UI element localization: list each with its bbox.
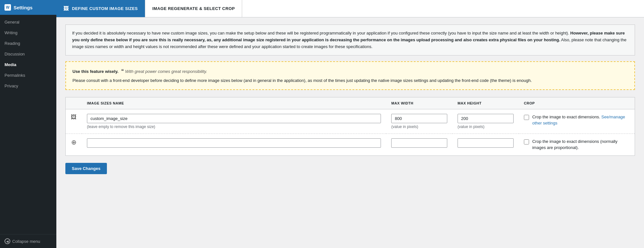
collapse-label: Collapse menu [12, 239, 40, 244]
collapse-icon: ◀ [5, 238, 10, 244]
sidebar-item-discussion[interactable]: Discussion [0, 49, 56, 59]
warning-quote: With great power comes great responsibil… [125, 69, 207, 74]
warning-title: Use this feature wisely. [72, 69, 118, 74]
image-size-name-input-new[interactable] [87, 138, 381, 148]
sidebar-nav: General Writing Reading Discussion Media… [0, 15, 56, 234]
image-icon: 🖼 [71, 114, 77, 120]
crop-label: Crop the image to exact dimensions. See/… [532, 114, 630, 126]
height-col-empty [452, 134, 519, 155]
max-height-input-new[interactable] [458, 138, 514, 148]
collapse-menu-button[interactable]: ◀ Collapse menu [0, 234, 56, 248]
sidebar-item-permalinks[interactable]: Permalinks [0, 70, 56, 81]
sidebar-item-media[interactable]: Media [0, 59, 56, 70]
name-col: (leave empty to remove this image size) [82, 109, 386, 134]
info-text: If you decided it is absolutely necessar… [72, 31, 626, 49]
table-header-row: Image Sizes Name Max Width Max Height Cr… [66, 97, 635, 109]
sidebar-item-general[interactable]: General [0, 17, 56, 27]
width-col-empty [386, 134, 452, 155]
th-max-width: Max Width [386, 97, 452, 109]
name-col-empty [82, 134, 386, 155]
th-crop: Crop [519, 97, 635, 109]
app-title: Settings [14, 5, 33, 10]
main-content: 🖼 Define Custom Image Sizes Image Regene… [56, 0, 644, 248]
width-hint: (value in pixels) [391, 124, 447, 129]
max-width-input[interactable] [391, 114, 447, 123]
tab-regenerate[interactable]: Image Regenerate & Select Crop [145, 0, 242, 17]
save-changes-button[interactable]: Save Changes [65, 163, 107, 174]
warning-box: Use this feature wisely. ❝ With great po… [65, 61, 635, 90]
tab-define-custom-label: Define Custom Image Sizes [72, 6, 138, 11]
crop-checkbox[interactable] [524, 115, 529, 120]
tab-regenerate-label: Image Regenerate & Select Crop [152, 6, 235, 11]
wp-logo-icon: W [5, 4, 11, 11]
image-size-name-input[interactable] [87, 114, 381, 123]
warning-body: Please consult with a front-end develope… [72, 77, 628, 84]
max-height-input[interactable] [458, 114, 514, 123]
sidebar-item-privacy[interactable]: Privacy [0, 81, 56, 91]
add-icon: ⊕ [71, 136, 77, 146]
height-col: (value in pixels) [452, 109, 519, 134]
define-custom-tab-icon: 🖼 [63, 6, 69, 12]
tab-define-custom[interactable]: 🖼 Define Custom Image Sizes [56, 0, 145, 17]
crop-col-empty: Crop the image to exact dimensions (norm… [519, 134, 635, 155]
sidebar-header: W Settings [0, 0, 56, 15]
sidebar-item-writing[interactable]: Writing [0, 27, 56, 38]
warning-title-line: Use this feature wisely. ❝ With great po… [72, 67, 628, 75]
width-col: (value in pixels) [386, 109, 452, 134]
th-image-sizes-name: Image Sizes Name [82, 97, 386, 109]
page-content: If you decided it is absolutely necessar… [56, 17, 644, 248]
th-icon [66, 97, 82, 109]
image-sizes-table: Image Sizes Name Max Width Max Height Cr… [65, 97, 635, 156]
name-hint: (leave empty to remove this image size) [87, 124, 381, 129]
crop-label-new: Crop the image to exact dimensions (norm… [532, 138, 630, 151]
sidebar: W Settings General Writing Reading Discu… [0, 0, 56, 248]
add-icon-col: ⊕ [66, 134, 82, 155]
table-row: ⊕ Crop the image to exact dimen [66, 134, 635, 155]
info-box: If you decided it is absolutely necessar… [65, 25, 635, 55]
crop-checkbox-new[interactable] [524, 139, 529, 144]
row-icon-col: 🖼 [66, 109, 82, 134]
height-hint: (value in pixels) [458, 124, 514, 129]
crop-col: Crop the image to exact dimensions. See/… [519, 109, 635, 134]
table-row: 🖼 (leave empty to remove this image size… [66, 109, 635, 134]
tabs-bar: 🖼 Define Custom Image Sizes Image Regene… [56, 0, 644, 17]
th-max-height: Max Height [452, 97, 519, 109]
max-width-input-new[interactable] [391, 138, 447, 148]
sidebar-item-reading[interactable]: Reading [0, 38, 56, 49]
